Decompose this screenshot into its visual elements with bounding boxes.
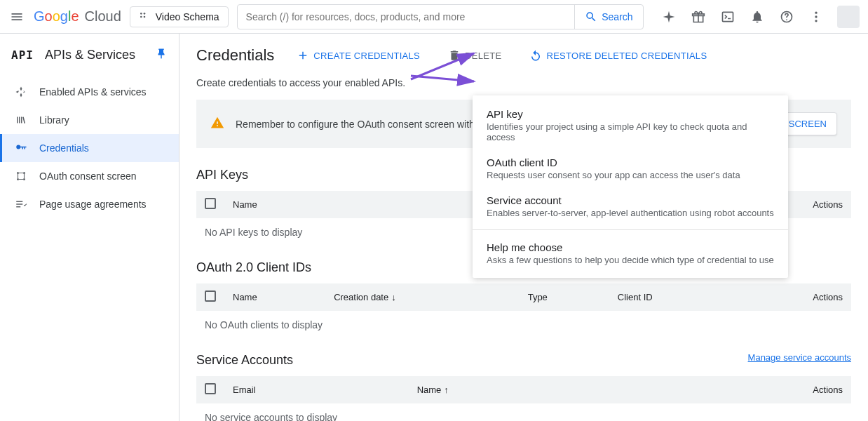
restore-icon [529,49,542,62]
svg-point-2 [140,15,142,18]
svg-point-0 [140,13,142,15]
nav-label: Library [39,114,69,126]
sidebar-title: APIs & Services [45,48,135,62]
main-content: Credentials CREATE CREDENTIALS DELETE RE… [179,34,868,421]
dropdown-item-desc: Asks a few questions to help you decide … [487,255,774,265]
plus-icon [297,49,309,62]
arrow-up-icon: ↑ [444,385,449,395]
search-button-label: Search [602,11,632,22]
arrow-down-icon: ↓ [391,292,396,302]
nav-label: Enabled APIs & services [39,86,147,98]
nav-label: OAuth consent screen [39,171,137,182]
top-header: Google Cloud Video Schema Search [0,0,868,34]
help-icon[interactable] [778,8,795,25]
create-credentials-button[interactable]: CREATE CREDENTIALS [291,45,426,66]
col-email[interactable]: Email [224,376,409,403]
logo-cloud-text: Cloud [85,8,121,25]
dropdown-item-desc: Enables server-to-server, app-level auth… [487,208,774,218]
sidebar-header: API APIs & Services [0,39,179,71]
col-actions: Actions [634,376,851,403]
enabled-apis-icon [14,85,28,99]
col-actions: Actions [736,283,851,311]
dropdown-help-choose[interactable]: Help me choose Asks a few questions to h… [473,234,788,272]
library-icon [14,113,28,127]
delete-button[interactable]: DELETE [442,45,507,66]
trash-icon [448,49,461,62]
gemini-icon[interactable] [660,8,677,25]
warning-icon [210,116,224,132]
menu-icon[interactable] [8,8,25,25]
search-input[interactable] [238,11,575,22]
dropdown-oauth-client[interactable]: OAuth client ID Requests user consent so… [473,149,788,187]
cloud-shell-icon[interactable] [719,8,736,25]
svg-point-6 [815,11,817,13]
more-icon[interactable] [808,8,825,25]
restore-button[interactable]: RESTORE DELETED CREDENTIALS [524,45,712,66]
nav-label: Credentials [39,142,89,154]
nav-credentials[interactable]: Credentials [0,134,179,162]
dropdown-item-title: Help me choose [487,241,774,253]
nav-enabled-apis[interactable]: Enabled APIs & services [0,78,179,106]
manage-service-accounts-link[interactable]: Manage service accounts [748,352,851,363]
col-name[interactable]: Name [224,283,325,311]
col-creation[interactable]: Creation date↓ [325,283,520,311]
page-header: Credentials CREATE CREDENTIALS DELETE RE… [196,34,851,77]
select-all-checkbox[interactable] [205,198,216,209]
nav-label: Page usage agreements [39,199,147,210]
project-icon [139,11,150,22]
key-icon [14,141,28,155]
delete-label: DELETE [465,51,501,61]
oauth-table: Name Creation date↓ Type Client ID Actio… [196,283,851,339]
select-all-checkbox[interactable] [205,290,216,302]
nav-oauth-consent[interactable]: OAuth consent screen [0,162,179,190]
search-icon [585,11,597,23]
api-badge: API [11,48,34,62]
col-type[interactable]: Type [520,283,609,311]
dropdown-item-title: API key [487,108,774,120]
consent-icon [14,169,28,183]
agreements-icon [14,197,28,211]
gift-icon[interactable] [690,8,707,25]
project-selector[interactable]: Video Schema [130,6,229,27]
dropdown-item-title: OAuth client ID [487,156,774,168]
col-client-id[interactable]: Client ID [609,283,736,311]
col-actions: Actions [781,191,851,218]
dropdown-service-account[interactable]: Service account Enables server-to-server… [473,187,788,225]
svg-point-8 [815,20,817,22]
search-button[interactable]: Search [574,5,642,29]
nav: Enabled APIs & services Library Credenti… [0,78,179,218]
google-cloud-logo[interactable]: Google Cloud [34,8,121,25]
svg-point-1 [143,13,145,15]
restore-label: RESTORE DELETED CREDENTIALS [546,51,707,61]
svg-point-9 [17,172,19,174]
svg-point-12 [23,178,25,180]
dropdown-api-key[interactable]: API key Identifies your project using a … [473,101,788,149]
create-label: CREATE CREDENTIALS [313,51,420,61]
project-name: Video Schema [156,11,219,22]
svg-rect-4 [723,12,733,21]
empty-message: No OAuth clients to display [196,311,851,339]
dropdown-item-title: Service account [487,194,774,206]
pin-icon[interactable] [155,48,168,62]
search-box: Search [237,4,644,29]
svg-point-10 [17,178,19,180]
select-all-checkbox[interactable] [205,383,216,394]
dropdown-item-desc: Identifies your project using a simple A… [487,121,774,142]
empty-message: No service accounts to display [196,403,851,421]
page-title: Credentials [196,46,274,65]
create-credentials-dropdown: API key Identifies your project using a … [473,95,788,278]
notifications-icon[interactable] [749,8,766,25]
dropdown-divider [473,229,788,230]
svg-point-3 [143,15,145,18]
col-name[interactable]: Name↑ [409,376,635,403]
dropdown-item-desc: Requests user consent so your app can ac… [487,170,774,180]
svg-point-7 [815,15,817,18]
avatar[interactable] [837,6,860,28]
page-subtitle: Create credentials to access your enable… [196,77,851,88]
nav-page-usage[interactable]: Page usage agreements [0,190,179,218]
svg-point-11 [23,172,25,174]
sidebar: API APIs & Services Enabled APIs & servi… [0,34,179,421]
service-accounts-title: Service Accounts [196,353,293,368]
service-accounts-table: Email Name↑ Actions No service accounts … [196,376,851,421]
nav-library[interactable]: Library [0,106,179,134]
